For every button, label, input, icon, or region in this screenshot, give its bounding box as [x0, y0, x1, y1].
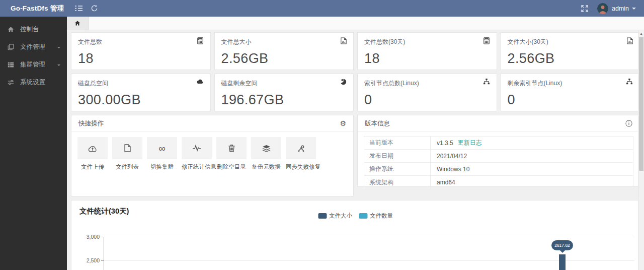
gridline — [104, 237, 634, 237]
cloud-icon — [196, 79, 204, 84]
action-label: 修正统计信息 — [182, 163, 212, 171]
refresh-icon[interactable] — [91, 5, 98, 12]
stat-value: 0 — [364, 92, 490, 108]
info-icon[interactable] — [625, 120, 632, 127]
file-chart-icon — [627, 37, 633, 44]
version-table: 当前版本 v1.3.5更新日志 发布日期 2021/04/12 操作系统 Win… — [364, 136, 633, 189]
version-info-header: 版本信息 — [358, 115, 639, 132]
stat-value: 196.67GB — [221, 92, 347, 108]
home-icon — [8, 26, 16, 33]
table-row: 当前版本 v1.3.5更新日志 — [364, 137, 633, 150]
sidebar-item-cluster-management[interactable]: 集群管理 — [0, 56, 67, 74]
row-value: amd64 — [437, 179, 455, 186]
row-label: 系统架构 — [364, 176, 431, 189]
stat-card-inodes-total: 索引节点总数(Linux) 0 — [357, 74, 497, 111]
action-switch-cluster[interactable]: ∞ 切换集群 — [147, 137, 177, 171]
chart-title: 文件统计(30天) — [79, 207, 129, 216]
pie-chart-icon — [340, 79, 347, 85]
stat-label: 文件大小(30天) — [508, 38, 633, 46]
stat-label: 文件总大小 — [221, 38, 347, 46]
action-repair-sync-failures[interactable]: 同步失败修复 — [286, 137, 316, 171]
action-label: 同步失败修复 — [286, 163, 316, 171]
stat-card-inodes-free: 剩余索引节点(Linux) 0 — [501, 74, 640, 111]
changelog-link[interactable]: 更新日志 — [458, 139, 482, 147]
stat-label: 磁盘剩余空间 — [221, 79, 347, 88]
legend-item-file-count[interactable]: 文件数量 — [359, 212, 393, 220]
bar-file-size[interactable] — [559, 254, 566, 270]
gridline — [104, 260, 634, 261]
settings-sliders-icon — [8, 79, 16, 86]
stat-label: 索引节点总数(Linux) — [364, 79, 490, 88]
stat-value: 2.56GB — [508, 51, 633, 66]
sidebar-item-system-settings[interactable]: 系统设置 — [0, 74, 67, 91]
legend-swatch — [359, 213, 367, 219]
scrollbar-up-arrow[interactable]: ▲ — [638, 30, 644, 37]
files-icon — [8, 44, 16, 50]
row-value: 2021/04/12 — [437, 153, 467, 160]
table-row: 发布日期 2021/04/12 — [364, 150, 633, 163]
stat-label: 剩余索引节点(Linux) — [508, 79, 633, 88]
stat-label: 文件总数(30天) — [364, 38, 490, 46]
stat-card-total-size: 文件总大小 2.56GB — [214, 32, 354, 70]
panel-title: 快捷操作 — [78, 119, 104, 128]
avatar[interactable] — [597, 3, 608, 14]
y-axis-tick: 2,500 — [71, 257, 100, 263]
stat-value: 18 — [364, 51, 490, 66]
stat-card-disk-free: 磁盘剩余空间 196.67GB — [214, 74, 354, 111]
markpoint-pin: 2617.62 — [551, 240, 573, 250]
action-label: 文件列表 — [112, 163, 142, 171]
quick-actions: 文件上传 文件列表 ∞ 切换集群 修正统计信息 — [71, 132, 353, 171]
quick-operations-panel: 快捷操作 ⚙ 文件上传 文件列表 ∞ 切换集群 — [71, 115, 354, 196]
legend-item-file-size[interactable]: 文件大小 — [318, 212, 352, 220]
gear-icon[interactable]: ⚙ — [340, 120, 346, 127]
row-value: Windows 10 — [437, 166, 469, 173]
stat-value: 18 — [78, 51, 204, 66]
y-axis-tick: 3,000 — [71, 234, 100, 240]
sitemap-icon — [483, 79, 490, 85]
sidebar-item-label: 文件管理 — [20, 43, 45, 51]
file-statistics-chart-panel: 文件统计(30天) 文件大小 文件数量 3,000 2,500 2617.62 — [71, 200, 640, 270]
sidebar-item-file-management[interactable]: 文件管理 — [0, 38, 67, 56]
main-area: 文件总数 18 文件总大小 2.56GB 文件总数(30天) 18 文件大小(3… — [67, 17, 644, 270]
chart-legend: 文件大小 文件数量 — [318, 212, 393, 220]
repair-icon — [286, 137, 316, 159]
stat-label: 文件总数 — [78, 38, 204, 46]
action-fix-statistics[interactable]: 修正统计信息 — [182, 137, 212, 171]
upload-cloud-icon — [77, 137, 108, 159]
action-file-list[interactable]: 文件列表 — [112, 137, 142, 171]
infinity-icon: ∞ — [147, 137, 177, 159]
action-label: 文件上传 — [77, 163, 108, 171]
sidebar-toggle-icon[interactable] — [75, 5, 83, 12]
stat-card-total-files: 文件总数 18 — [71, 32, 211, 70]
sidebar-item-console[interactable]: 控制台 — [0, 21, 67, 38]
top-navbar: Go-FastDfs 管理 admin — [0, 0, 644, 17]
stat-value: 0 — [508, 92, 633, 108]
stat-card-total-files-30d: 文件总数(30天) 18 — [357, 32, 497, 70]
file-chart-icon — [341, 37, 347, 44]
calculator-icon — [197, 37, 204, 44]
caret-down-icon — [57, 47, 60, 50]
action-backup-metadata[interactable]: 备份元数据 — [251, 137, 281, 171]
tab-home[interactable] — [67, 17, 89, 30]
panel-title: 版本信息 — [365, 119, 390, 128]
legend-swatch — [318, 213, 327, 219]
vertical-scrollbar[interactable]: ▲ — [638, 30, 644, 270]
tab-bar — [67, 17, 644, 30]
sidebar-item-label: 集群管理 — [20, 60, 45, 69]
table-row: 操作系统 Windows 10 — [364, 163, 633, 176]
calculator-icon — [483, 37, 490, 44]
row-label: 发布日期 — [364, 150, 431, 162]
row-label: 操作系统 — [364, 163, 431, 175]
action-delete-empty-dirs[interactable]: 删除空目录 — [216, 137, 247, 171]
stat-value: 2.56GB — [221, 51, 347, 66]
home-icon — [74, 20, 80, 26]
sidebar-item-label: 系统设置 — [20, 78, 45, 87]
sitemap-icon — [626, 79, 633, 85]
action-file-upload[interactable]: 文件上传 — [77, 137, 108, 171]
stat-card-size-30d: 文件大小(30天) 2.56GB — [501, 32, 640, 70]
action-label: 删除空目录 — [216, 163, 247, 171]
username-label[interactable]: admin — [612, 5, 629, 12]
scrollbar-thumb[interactable] — [639, 37, 643, 171]
sidebar-item-label: 控制台 — [20, 25, 39, 34]
fullscreen-icon[interactable] — [581, 5, 588, 12]
